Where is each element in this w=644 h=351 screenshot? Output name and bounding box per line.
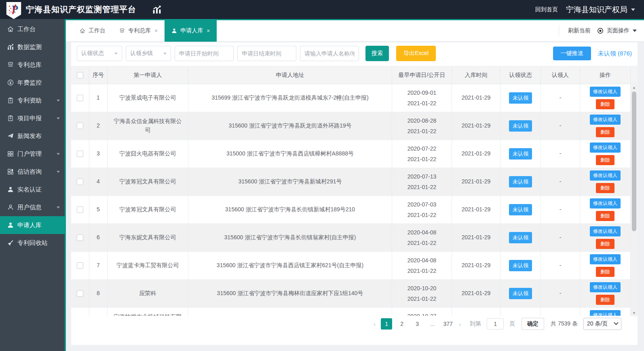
delete-button[interactable]: 删除 xyxy=(596,239,614,249)
table-row: 6 宁海东妮文具有限公司 315600 浙江省宁波市宁海县长街镇翁家村(自主申报… xyxy=(71,224,631,252)
clipboard-icon xyxy=(7,115,14,121)
edit-claimer-button[interactable]: 修改认领人 xyxy=(590,198,621,208)
row-checkbox[interactable] xyxy=(77,123,83,129)
table-row: 2 宁海县众信金属科技有限公司 315600 浙江省宁波市宁海县跃龙街道外环路1… xyxy=(71,112,631,140)
total-count: 共 7539 条 xyxy=(551,320,578,328)
applicant-keyword-input[interactable] xyxy=(300,46,359,61)
sidebar-item-label: 申请人库 xyxy=(17,221,42,229)
chevron-down-icon xyxy=(633,30,637,32)
org-dropdown[interactable]: 宁海县知识产权局 xyxy=(566,4,635,15)
delete-button[interactable]: 删除 xyxy=(596,295,614,305)
sidebar-item[interactable]: 申请人库 xyxy=(0,216,65,234)
scrollbar-thumb[interactable] xyxy=(632,91,636,231)
apply-date-end-input[interactable] xyxy=(237,46,296,61)
row-checkbox[interactable] xyxy=(77,206,83,213)
edit-claimer-button[interactable]: 修改认领人 xyxy=(590,115,621,125)
close-icon[interactable]: × xyxy=(207,28,210,34)
sidebar-item[interactable]: 新闻发布 xyxy=(0,127,65,145)
edit-claimer-button[interactable]: 修改认领人 xyxy=(590,226,621,236)
confirm-button[interactable]: 确定 xyxy=(522,318,544,330)
row-checkbox[interactable] xyxy=(77,290,83,297)
page-number[interactable]: 2 xyxy=(396,318,408,330)
claimer-value: - xyxy=(541,140,580,168)
status-badge: 未认领 xyxy=(509,148,532,160)
prev-page-icon[interactable]: ‹ xyxy=(371,321,378,328)
page-number[interactable]: 1 xyxy=(381,318,392,330)
delete-button[interactable]: 删除 xyxy=(596,211,614,221)
tab[interactable]: 专利总库 × xyxy=(112,20,165,42)
earliest-apply-date: 2020-07-03 xyxy=(408,200,437,209)
applicant-address: 315600 浙江省宁波市宁海县跃龙街道外环路19号 xyxy=(188,112,392,140)
delete-button[interactable]: 删除 xyxy=(596,99,614,109)
edit-claimer-button[interactable]: 修改认领人 xyxy=(590,254,621,264)
applicant-name: 宁海县众信金属科技有限公司 xyxy=(108,112,188,140)
table-row: 7 宁波蓝卡海工贸有限公司 315600 浙江省宁波市宁海县西店镇王家村621号… xyxy=(71,252,631,280)
applicant-name: 宁海东妮文具有限公司 xyxy=(108,224,188,251)
home-icon xyxy=(7,26,14,32)
close-icon[interactable]: × xyxy=(154,28,158,34)
chevron-down-icon xyxy=(57,171,60,173)
back-home-link[interactable]: 回到首页 xyxy=(535,6,558,13)
sidebar-item[interactable]: 工作台 xyxy=(0,20,65,38)
unclaimed-count[interactable]: 未认领 (876) xyxy=(598,50,632,57)
delete-button[interactable]: 删除 xyxy=(596,267,614,277)
sidebar-item[interactable]: 数据监测 xyxy=(0,38,65,56)
scroll-down-icon[interactable]: ▼ xyxy=(633,310,636,316)
sidebar-item[interactable]: 年费监控 xyxy=(0,74,65,91)
delete-button[interactable]: 删除 xyxy=(596,183,614,193)
edit-claimer-button[interactable]: 修改认领人 xyxy=(590,282,621,292)
sidebar-item[interactable]: 信访咨询 xyxy=(0,163,65,181)
edit-claimer-button[interactable]: 修改认领人 xyxy=(590,143,621,153)
export-excel-button[interactable]: 导出Excel xyxy=(396,46,436,61)
page-number[interactable]: ... xyxy=(427,318,438,330)
apply-date-start-input[interactable] xyxy=(175,46,234,61)
edit-claimer-button[interactable]: 修改认领人 xyxy=(590,170,621,181)
app-window: P 宁海县知识产权监测管理平台 回到首页 宁海县知识产权局 工作台 xyxy=(0,0,644,351)
delete-button[interactable]: 删除 xyxy=(596,127,614,137)
sidebar: 工作台 数据监测 专利总库 年费监控 xyxy=(0,19,66,351)
applicant-address: 315600 浙江省宁波市宁海县新城村291号 xyxy=(188,168,392,196)
claim-town-select[interactable]: 认领乡镇 xyxy=(126,46,171,61)
page-size-select[interactable]: 20 条/页 xyxy=(583,318,621,330)
row-checkbox[interactable] xyxy=(77,151,83,157)
edit-claimer-button[interactable]: 修改认领人 xyxy=(590,87,621,97)
sidebar-item[interactable]: 实名认证 xyxy=(0,181,65,198)
tab[interactable]: 申请人库 × xyxy=(165,20,217,42)
page-number[interactable]: 3 xyxy=(412,318,423,330)
row-number: 8 xyxy=(89,280,108,307)
next-page-icon[interactable]: › xyxy=(456,321,463,328)
select-all-checkbox[interactable] xyxy=(77,72,83,79)
broom-icon xyxy=(7,240,14,246)
page-actions-dropdown[interactable]: 页面操作 xyxy=(597,27,637,34)
user-icon xyxy=(7,186,14,193)
row-checkbox[interactable] xyxy=(77,95,83,101)
sidebar-item[interactable]: 专利资助 xyxy=(0,91,65,109)
app-logo-icon: P xyxy=(6,2,22,19)
sidebar-item[interactable]: 项目申报 xyxy=(0,109,65,127)
sidebar-item[interactable]: 用户信息 xyxy=(0,198,65,216)
tab[interactable]: 工作台 × xyxy=(73,20,112,42)
row-checkbox[interactable] xyxy=(77,179,83,185)
row-number: 2 xyxy=(89,112,108,140)
scroll-up-icon[interactable]: ▲ xyxy=(633,85,636,91)
table-scrollbar[interactable]: ▲ ▼ xyxy=(631,85,638,316)
sidebar-item-label: 专利回收站 xyxy=(17,239,48,247)
sidebar-item[interactable]: 专利回收站 xyxy=(0,234,65,252)
publish-date: 2021-01-22 xyxy=(408,154,437,164)
apply-publish-dates: 2020-07-22 2021-01-22 xyxy=(392,140,452,168)
row-checkbox[interactable] xyxy=(77,234,83,241)
search-button[interactable]: 搜索 xyxy=(365,46,389,61)
sidebar-item[interactable]: 门户管理 xyxy=(0,145,65,163)
edit-claimer-button[interactable]: 修改认领人 xyxy=(590,310,621,316)
delete-button[interactable]: 删除 xyxy=(596,155,614,165)
sidebar-item-label: 实名认证 xyxy=(17,186,42,194)
sidebar-item-label: 工作台 xyxy=(17,26,36,33)
goto-page-input[interactable] xyxy=(487,318,504,330)
sidebar-item[interactable]: 专利总库 xyxy=(0,56,65,74)
claim-status-select[interactable]: 认领状态 xyxy=(77,46,122,61)
push-all-button[interactable]: 一键推送 xyxy=(553,47,591,60)
refresh-current-button[interactable]: 刷新当前 xyxy=(568,27,591,34)
apply-publish-dates: 2020-04-08 2021-01-22 xyxy=(392,224,452,251)
page-number[interactable]: 377 xyxy=(442,318,454,330)
row-checkbox[interactable] xyxy=(77,262,83,269)
